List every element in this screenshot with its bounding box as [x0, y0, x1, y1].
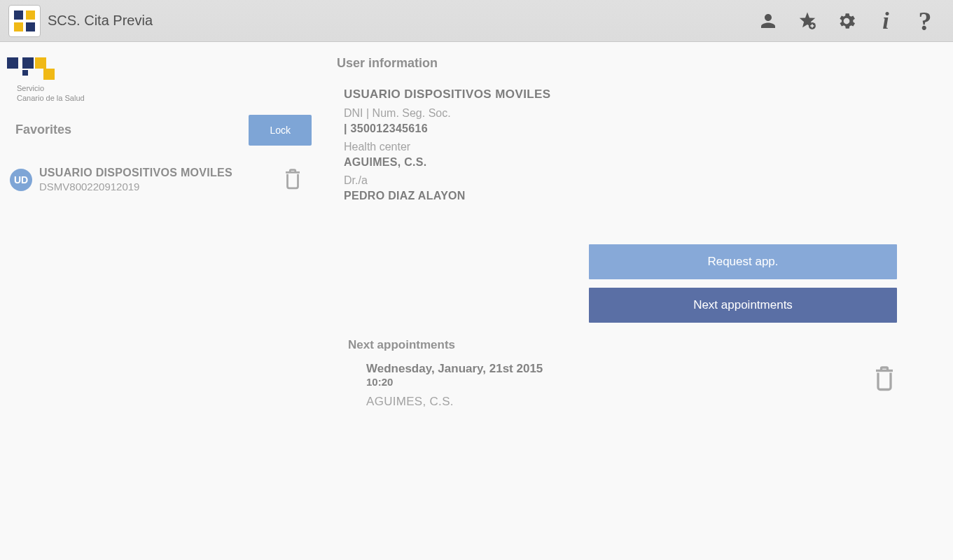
sidebar: Servicio Canario de la Salud Favorites L… [0, 42, 312, 560]
favorite-name: USUARIO DISPOSITIVOS MOVILES [39, 167, 232, 179]
health-center-value: AGUIMES, C.S. [344, 156, 911, 169]
info-icon[interactable]: i [866, 1, 905, 41]
request-appointment-button[interactable]: Request app. [589, 244, 897, 279]
appointment-location: AGUIMES, C.S. [366, 395, 543, 409]
delete-favorite-button[interactable] [282, 165, 309, 195]
avatar: UD [10, 169, 32, 191]
brand-text: Servicio Canario de la Salud [17, 84, 312, 104]
doctor-label: Dr./a [344, 174, 911, 187]
app-logo-icon [8, 5, 41, 37]
help-icon[interactable]: ? [905, 1, 945, 41]
id-value: | 350012345616 [344, 122, 911, 135]
appointment-date: Wednesday, January, 21st 2015 [366, 362, 543, 376]
detail-pane: User information USUARIO DISPOSITIVOS MO… [312, 42, 953, 560]
brand-line2: Canario de la Salud [17, 94, 312, 104]
favorite-item[interactable]: UD USUARIO DISPOSITIVOS MOVILES DSMV8002… [7, 165, 312, 195]
settings-icon[interactable] [827, 1, 866, 41]
delete-appointment-button[interactable] [872, 362, 897, 397]
next-appointments-button[interactable]: Next appointments [589, 288, 897, 323]
favorite-id: DSMV800220912019 [39, 181, 232, 192]
appointment-time: 10:20 [366, 376, 543, 388]
brand-line1: Servicio [17, 84, 312, 94]
id-label: DNI | Num. Seg. Soc. [344, 107, 911, 120]
app-header: SCS. Cita Previa i ? [0, 0, 953, 42]
next-appointments-title: Next appointments [348, 338, 911, 352]
user-info-title: User information [337, 56, 911, 71]
favorites-icon[interactable] [788, 1, 827, 41]
user-icon[interactable] [749, 1, 788, 41]
lock-button[interactable]: Lock [249, 115, 312, 146]
app-title: SCS. Cita Previa [48, 13, 153, 29]
doctor-value: PEDRO DIAZ ALAYON [344, 190, 911, 202]
health-center-label: Health center [344, 141, 911, 153]
user-name: USUARIO DISPOSITIVOS MOVILES [344, 88, 911, 102]
main-area: Servicio Canario de la Salud Favorites L… [0, 42, 953, 560]
appointment-item: Wednesday, January, 21st 2015 10:20 AGUI… [337, 362, 911, 409]
favorites-heading: Favorites [15, 122, 71, 137]
brand-block: Servicio Canario de la Salud [7, 56, 312, 104]
